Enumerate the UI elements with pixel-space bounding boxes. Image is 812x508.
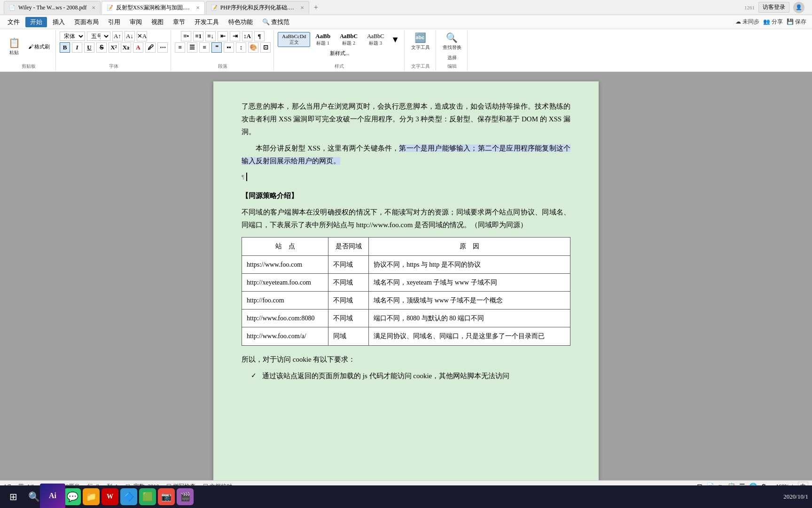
wechat-icon: 💬 [67, 491, 78, 502]
save-cloud-btn[interactable]: 💾 保存 [787, 18, 806, 26]
menu-home[interactable]: 开始 [25, 17, 47, 27]
shading-btn[interactable]: 🎨 [248, 42, 258, 53]
tab-xss[interactable]: 📝 反射型XSS漏洞检测与加固.docx ✕ [102, 1, 205, 14]
menu-insert[interactable]: 插入 [49, 17, 69, 27]
style-group-label: 样式 [335, 63, 344, 70]
taskbar-files[interactable]: 📁 [83, 488, 100, 505]
table-cell-reason-4: 端口不同，8080 与默认的 80 端口不同 [369, 310, 570, 327]
tab-pdf-close[interactable]: ✕ [92, 5, 95, 10]
font-size-select[interactable]: 五号 [87, 32, 110, 41]
title-right: 1261 访客登录 👤 [741, 2, 808, 13]
title-bar: 📄 Wiley - The W...ws - 2008.pdf ✕ 📝 反射型X… [0, 0, 812, 15]
style-h1[interactable]: AaBb 标题 1 [311, 31, 335, 48]
menu-search[interactable]: 🔍 查找范 [258, 17, 293, 27]
border-btn[interactable]: ⊡ [260, 42, 271, 53]
align-right-btn[interactable]: ≡ [199, 42, 210, 53]
menu-special[interactable]: 特色功能 [225, 17, 257, 27]
table-row: http://www.foo.com/a/ 同域 满足同协议、同域名、同端口，只… [242, 327, 570, 345]
menu-review[interactable]: 审阅 [126, 17, 146, 27]
subscript-btn[interactable]: X₂ [121, 42, 131, 53]
multilevel-list-btn[interactable]: ≡↓ [205, 31, 216, 41]
same-origin-table: 站 点 是否同域 原 因 https://www.foo.com 不同域 协议不… [242, 237, 570, 345]
more-font-btn[interactable]: ⋯ [157, 42, 168, 53]
share-btn[interactable]: 👥 分享 [763, 18, 783, 26]
tab-php[interactable]: 📝 PHP序列化和反序列化基础.docx ✕ [206, 1, 309, 14]
tab-php-close[interactable]: ✕ [300, 5, 304, 10]
ai-button[interactable]: Ai [40, 484, 65, 508]
table-cell-reason-5: 满足同协议、同域名、同端口，只是这里多了一个目录而已 [369, 327, 570, 345]
wps-version: 1261 [744, 5, 755, 10]
show-marks-btn[interactable]: ¶ [254, 31, 265, 41]
table-header-samedomain: 是否同域 [328, 238, 369, 255]
taskbar-wps[interactable]: W [102, 488, 118, 505]
document-page[interactable]: 了恶意的脚本，那么当用户在浏览网页时，会执行恶意脚本，造成攻击，如会话劫持等操作… [213, 81, 599, 480]
new-style-row: 新样式... [330, 50, 349, 57]
menu-view[interactable]: 视图 [148, 17, 167, 27]
underline-button[interactable]: U [84, 42, 94, 53]
start-button[interactable]: ⊞ [4, 487, 23, 506]
line-spacing-btn[interactable]: ↕ [236, 42, 246, 53]
tab-pdf[interactable]: 📄 Wiley - The W...ws - 2008.pdf ✕ [4, 1, 101, 14]
add-tab-button[interactable]: + [310, 1, 322, 14]
paste-button[interactable]: 📋 粘贴 [5, 36, 23, 57]
two-col-btn[interactable]: ▪▪ [224, 42, 234, 53]
menu-chapter[interactable]: 章节 [169, 17, 189, 27]
taskbar-app4[interactable]: 🎬 [177, 488, 194, 505]
menu-layout[interactable]: 页面布局 [70, 17, 102, 27]
tab-xss-label: 反射型XSS漏洞检测与加固.docx [116, 4, 191, 12]
menu-file[interactable]: 文件 [4, 17, 23, 27]
format-brush-btn[interactable]: 🖌 格式刷 [25, 42, 53, 51]
table-cell-site-1: https://www.foo.com [242, 255, 328, 273]
login-button[interactable]: 访客登录 [758, 2, 789, 13]
font-name-select[interactable]: 宋体 [60, 32, 85, 41]
align-center-btn[interactable]: ☰ [187, 42, 197, 53]
format-brush-icon: 🖌 [28, 44, 33, 49]
text-tool-button[interactable]: 🔤 文字工具 [408, 31, 433, 52]
taskbar-app2[interactable]: 🟩 [139, 488, 156, 505]
bullet-list-btn[interactable]: ≡• [181, 31, 191, 41]
taskbar-datetime: 2020/10/1 [783, 493, 808, 500]
increase-indent-btn[interactable]: ⇥ [230, 31, 240, 41]
ribbon-toolbar: 📋 粘贴 🖌 格式刷 剪贴板 宋体 [0, 29, 812, 71]
paragraph-marker: ¶ [242, 171, 244, 182]
taskbar-app1[interactable]: 🔷 [120, 488, 137, 505]
table-cell-site-2: http://xeyeteam.foo.com [242, 273, 328, 291]
clear-format-btn[interactable]: ✕A [137, 31, 147, 41]
select-label: 选择 [447, 55, 457, 61]
para-row-1: ≡• ≡1 ≡↓ ⇤ ⇥ ↕A ¶ [181, 31, 265, 41]
style-h2[interactable]: AaBbC 标题 2 [336, 32, 362, 48]
menu-dev[interactable]: 开发工具 [191, 17, 223, 27]
italic-button[interactable]: I [72, 42, 82, 53]
table-cell-reason-2: 域名不同，xeyeteam 子域与 www 子域不同 [369, 273, 570, 291]
style-normal[interactable]: AaBbCcDd 正文 [278, 32, 310, 47]
justify-btn[interactable]: ⁼ [211, 42, 222, 53]
align-left-btn[interactable]: ≡ [175, 42, 185, 53]
menu-reference[interactable]: 引用 [104, 17, 124, 27]
strikethrough-btn[interactable]: S̶ [96, 42, 107, 53]
check-icon: ✓ [251, 370, 257, 381]
sort-btn[interactable]: ↕A [242, 31, 252, 41]
highlight-btn[interactable]: 🖊 [145, 42, 156, 53]
user-avatar[interactable]: 👤 [793, 2, 804, 13]
cloud-sync[interactable]: ☁ 未同步 [735, 18, 759, 26]
find-replace-button[interactable]: 🔍 查找替换 [440, 31, 464, 52]
taskbar-wechat[interactable]: 💬 [64, 488, 81, 505]
tab-xss-close[interactable]: ✕ [196, 5, 200, 10]
font-increase-btn[interactable]: A↑ [112, 31, 123, 41]
decrease-indent-btn[interactable]: ⇤ [218, 31, 228, 41]
font-decrease-btn[interactable]: A↓ [125, 31, 135, 41]
select-button[interactable]: 选择 [443, 54, 461, 62]
paragraph-2: 本部分讲反射型 XSS，这里有两个关键条件，第一个是用户能够输入；第二个是应用程… [242, 142, 570, 167]
cloud-tools: ☁ 未同步 👥 分享 💾 保存 [734, 16, 808, 28]
taskbar: ⊞ 🔍 💬 📁 W 🔷 🟩 📷 🎬 Ai 2020/10/1 [0, 485, 812, 508]
style-expand-btn[interactable]: ▼ [389, 33, 401, 47]
new-style-btn[interactable]: 新样式... [330, 50, 349, 57]
files-icon: 📁 [86, 492, 96, 502]
numbered-list-btn[interactable]: ≡1 [193, 31, 203, 41]
bold-button[interactable]: B [60, 42, 70, 53]
taskbar-app3[interactable]: 📷 [158, 488, 175, 505]
font-color-btn[interactable]: A [133, 42, 143, 53]
style-h3[interactable]: AaBbC 标题 3 [363, 32, 388, 48]
superscript-btn[interactable]: X² [109, 42, 119, 53]
paste-group-label: 剪贴板 [22, 63, 36, 70]
